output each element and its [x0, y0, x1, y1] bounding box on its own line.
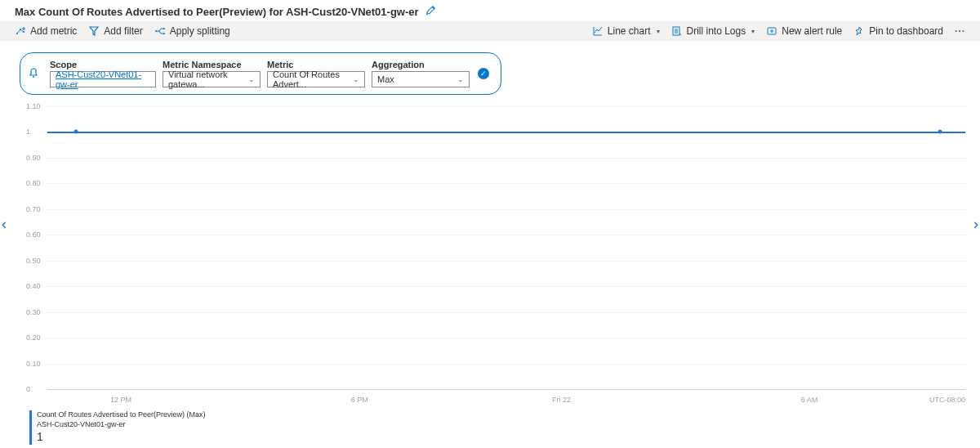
add-metric-icon [15, 25, 26, 37]
gridline [47, 106, 965, 107]
gridline [47, 338, 965, 338]
metric-config-pill: Scope ASH-Cust20-VNet01-gw-er Metric Nam… [20, 52, 501, 95]
line-chart-icon [592, 25, 604, 37]
config-valid-icon: ✓ [478, 68, 489, 79]
pin-icon [853, 25, 865, 37]
x-tick-label: 6 PM [351, 396, 368, 404]
add-metric-button[interactable]: Add metric [15, 25, 77, 37]
data-series-line [47, 132, 965, 133]
chart-type-dropdown[interactable]: Line chart ▾ [592, 25, 660, 37]
logs-icon [671, 25, 683, 37]
pin-dashboard-button[interactable]: Pin to dashboard [853, 25, 943, 37]
metric-value: Count Of Routes Advert... [273, 69, 353, 89]
y-tick-label: 0.90 [26, 154, 41, 162]
chevron-down-icon: ▾ [751, 28, 755, 35]
apply-splitting-button[interactable]: Apply splitting [154, 25, 230, 37]
legend-series-name: Count Of Routes Advertised to Peer(Previ… [37, 410, 965, 420]
y-tick-label: 0.40 [26, 282, 41, 290]
drill-logs-label: Drill into Logs [687, 25, 746, 37]
y-tick-label: 0.60 [26, 231, 41, 239]
chevron-down-icon: ⌄ [248, 75, 255, 83]
chart-x-axis: 12 PM6 PMFri 226 AMUTC-08:00 [47, 396, 965, 407]
y-tick-label: 1 [26, 128, 30, 136]
gridline [47, 389, 965, 390]
edit-title-icon[interactable] [425, 5, 436, 18]
filter-icon [88, 25, 100, 37]
aggregation-label: Aggregation [372, 60, 470, 69]
alert-icon [766, 25, 777, 37]
prev-chart-button[interactable]: ‹ [2, 216, 7, 233]
aggregation-value: Max [377, 74, 394, 84]
chart-plot-area[interactable]: 00.100.200.300.400.500.600.700.800.9011.… [26, 105, 965, 396]
aggregation-selector[interactable]: Max⌄ [372, 71, 470, 87]
y-tick-label: 0.80 [26, 179, 41, 187]
chevron-down-icon: ⌄ [353, 75, 359, 83]
gridline [47, 235, 965, 235]
gridline [47, 158, 965, 159]
metric-label: Metric [267, 60, 365, 69]
y-tick-label: 0.30 [26, 308, 41, 316]
gridline [47, 312, 965, 313]
gridline [47, 183, 965, 184]
svg-point-5 [163, 33, 165, 34]
metric-selector[interactable]: Count Of Routes Advert...⌄ [267, 71, 365, 87]
y-tick-label: 0.70 [26, 205, 41, 213]
pin-label: Pin to dashboard [869, 25, 943, 37]
new-alert-label: New alert rule [782, 25, 842, 37]
svg-point-8 [33, 76, 34, 78]
gridline [47, 209, 965, 210]
y-tick-label: 0.20 [26, 334, 41, 342]
svg-point-4 [163, 28, 165, 29]
add-metric-label: Add metric [30, 25, 77, 37]
x-tick-label: 12 PM [110, 396, 131, 404]
svg-point-3 [155, 30, 157, 32]
x-tick-label: 6 AM [801, 396, 818, 404]
scope-selector[interactable]: ASH-Cust20-VNet01-gw-er [50, 71, 156, 87]
more-options-button[interactable]: ··· [955, 25, 965, 37]
chevron-down-icon: ▾ [657, 28, 660, 35]
drill-logs-dropdown[interactable]: Drill into Logs ▾ [671, 25, 755, 37]
chart-legend[interactable]: Count Of Routes Advertised to Peer(Previ… [29, 410, 965, 445]
chart-type-label: Line chart [608, 25, 651, 37]
y-tick-label: 0.10 [26, 360, 41, 368]
legend-value: 1 [37, 429, 965, 444]
split-icon [154, 25, 166, 37]
y-tick-label: 1.10 [26, 102, 41, 110]
data-point [938, 130, 942, 134]
apply-splitting-label: Apply splitting [170, 25, 230, 37]
chevron-down-icon: ⌄ [457, 75, 464, 83]
namespace-selector[interactable]: Virtual network gatewa...⌄ [163, 71, 261, 87]
legend-resource-name: ASH-Cust20-VNet01-gw-er [37, 420, 965, 430]
resource-icon [27, 67, 40, 81]
new-alert-button[interactable]: New alert rule [766, 25, 842, 37]
chart-toolbar: Add metric Add filter Apply splitting Li… [0, 21, 980, 41]
gridline [47, 261, 965, 262]
next-chart-button[interactable]: › [973, 216, 978, 233]
page-title: Max Count Of Routes Advertised to Peer(P… [15, 6, 419, 18]
x-tick-label: Fri 22 [552, 396, 571, 404]
timezone-label: UTC-08:00 [929, 396, 965, 404]
namespace-value: Virtual network gatewa... [168, 69, 248, 89]
namespace-label: Metric Namespace [163, 60, 261, 69]
y-tick-label: 0.50 [26, 257, 41, 265]
gridline [47, 286, 965, 287]
scope-label: Scope [50, 60, 156, 69]
y-tick-label: 0 [26, 385, 30, 393]
add-filter-label: Add filter [104, 25, 142, 37]
scope-value: ASH-Cust20-VNet01-gw-er [56, 69, 150, 89]
data-point [74, 130, 78, 134]
gridline [47, 364, 965, 365]
add-filter-button[interactable]: Add filter [88, 25, 142, 37]
